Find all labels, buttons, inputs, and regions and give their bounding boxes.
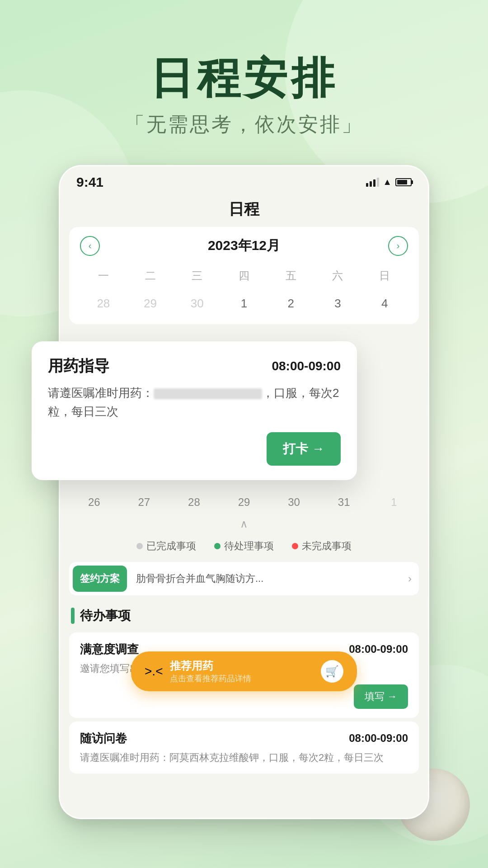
weekday-fri: 五 [267,265,314,287]
dot-completed [136,543,143,549]
checkin-button[interactable]: 打卡 → [267,432,341,466]
recommend-text-wrap: 推荐用药 点击查看推荐药品详情 [170,659,314,684]
page-subtitle: 「无需思考，依次安排」 [0,111,488,138]
robot-icon: >.< [145,664,163,679]
date-2[interactable]: 2 [267,292,314,315]
weekday-sat: 六 [314,265,361,287]
prev-month-button[interactable]: ‹ [80,236,100,256]
legend-incomplete: 未完成事项 [292,539,352,553]
legend-pending-label: 待处理事项 [224,539,274,553]
signal-bar-4 [377,178,379,187]
phone-mockup: 9:41 ▲ 日程 ‹ 2023年12月 [59,165,429,819]
hero-section: 日程安排 「无需思考，依次安排」 [0,0,488,138]
date-29-prev[interactable]: 29 [127,292,174,315]
date-1-next[interactable]: 1 [369,491,419,513]
write-button[interactable]: 填写 → [354,684,408,709]
weekday-wed: 三 [174,265,221,287]
status-bar: 9:41 ▲ [60,166,428,194]
todo-card-2-header: 随访问卷 08:00-09:00 [80,731,408,746]
todo-card-followup: 随访问卷 08:00-09:00 请遵医嘱准时用药：阿莫西林克拉维酸钾，口服，每… [69,722,419,774]
signal-bar-3 [373,179,375,187]
legend-incomplete-label: 未完成事项 [302,539,352,553]
signal-icon [366,178,379,187]
legend-pending: 待处理事项 [214,539,274,553]
date-row-lower: 26 27 28 29 30 31 1 [60,491,428,513]
status-time: 9:41 [76,175,103,190]
todo-label: 待办事项 [80,607,131,624]
date-3[interactable]: 3 [314,292,361,315]
plan-row[interactable]: 签约方案 肋骨骨折合并血气胸随访方... › [69,562,419,595]
plan-text: 肋骨骨折合并血气胸随访方... [131,572,408,585]
weekday-sun: 日 [361,265,408,287]
calendar-month-label: 2023年12月 [208,236,280,255]
legend-row: 已完成事项 待处理事项 未完成事项 [60,535,428,557]
battery-fill [397,180,407,184]
dot-incomplete [292,543,298,549]
todo-card-2-title: 随访问卷 [80,731,127,746]
recommend-popup[interactable]: >.< 推荐用药 点击查看推荐药品详情 🛒 [131,651,357,691]
medication-card-title: 用药指导 [48,356,109,377]
bottom-spacer [60,777,428,813]
signal-bar-1 [366,183,368,187]
legend-completed: 已完成事项 [136,539,196,553]
app-title: 日程 [229,200,259,217]
app-header: 日程 [60,194,428,227]
medication-card-actions: 打卡 → [48,432,341,466]
cart-button[interactable]: 🛒 [321,660,343,683]
todo-card-2-desc: 请遵医嘱准时用药：阿莫西林克拉维酸钾，口服，每次2粒，每日三次 [80,752,384,763]
medication-card-time: 08:00-09:00 [272,359,341,373]
calendar-section: ‹ 2023年12月 › 一 二 三 四 五 六 日 28 29 30 1 2 … [69,227,419,324]
todo-section-header: 待办事项 [60,600,428,629]
medication-card: 用药指导 08:00-09:00 请遵医嘱准时用药：，口服，每次2粒，每日三次 … [32,341,357,480]
phone-mockup-wrapper: 9:41 ▲ 日程 ‹ 2023年12月 [59,165,429,819]
weekday-tue: 二 [127,265,174,287]
date-27[interactable]: 27 [119,491,169,513]
page-title: 日程安排 [0,54,488,102]
collapse-arrow[interactable]: ∧ [60,513,428,535]
medication-card-desc: 请遵医嘱准时用药：，口服，每次2粒，每日三次 [48,384,341,421]
weekday-mon: 一 [80,265,127,287]
todo-card-2-time: 08:00-09:00 [349,732,408,745]
date-29[interactable]: 29 [219,491,269,513]
calendar-nav: ‹ 2023年12月 › [80,236,408,256]
date-30[interactable]: 30 [269,491,319,513]
battery-icon [395,178,412,186]
todo-card-1-title: 满意度调查 [80,642,139,657]
next-month-button[interactable]: › [388,236,408,256]
medication-card-header: 用药指导 08:00-09:00 [48,356,341,377]
recommend-subtitle: 点击查看推荐药品详情 [170,673,314,684]
date-26[interactable]: 26 [69,491,119,513]
date-1[interactable]: 1 [221,292,267,315]
plan-arrow-icon: › [408,572,419,585]
weekday-thu: 四 [221,265,267,287]
date-4[interactable]: 4 [361,292,408,315]
medication-desc-prefix: 请遵医嘱准时用药： [48,386,154,400]
plan-tag: 签约方案 [73,566,127,592]
dot-pending [214,543,221,549]
date-30-prev[interactable]: 30 [174,292,221,315]
date-31[interactable]: 31 [319,491,369,513]
todo-indicator [71,608,75,624]
wifi-icon: ▲ [383,177,392,187]
blurred-drug-name [154,388,262,399]
legend-completed-label: 已完成事项 [146,539,196,553]
todo-card-1-time: 08:00-09:00 [349,643,408,656]
date-28[interactable]: 28 [169,491,219,513]
signal-bar-2 [370,181,372,187]
recommend-title: 推荐用药 [170,659,314,673]
date-row-first: 28 29 30 1 2 3 4 [80,292,408,315]
status-icons: ▲ [366,177,412,187]
weekday-row: 一 二 三 四 五 六 日 [80,265,408,287]
date-28-prev[interactable]: 28 [80,292,127,315]
